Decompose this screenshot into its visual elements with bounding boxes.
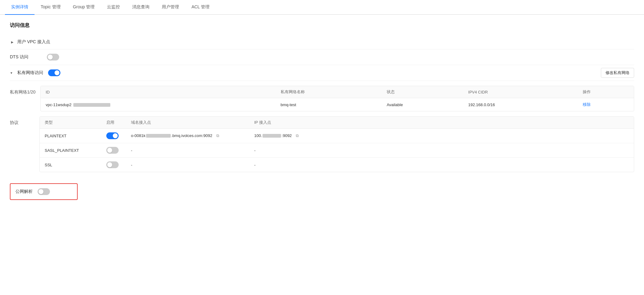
section-title: 访问信息 [10, 22, 634, 29]
sasl-domain-cell: - [126, 143, 249, 158]
modify-private-network-button[interactable]: 修改私有网络 [601, 68, 634, 78]
plaintext-domain-prefix: o-0081k [131, 133, 145, 138]
vpc-col-action: 操作 [578, 86, 634, 98]
tab-message-query[interactable]: 消息查询 [126, 0, 156, 15]
tab-instance-detail[interactable]: 实例详情 [5, 0, 35, 15]
vpc-col-cidr: IPV4 CIDR [463, 86, 578, 98]
public-dns-label: 公网解析 [15, 189, 33, 194]
sasl-knob [107, 148, 112, 153]
ssl-knob [107, 162, 112, 167]
table-row: PLAINTEXT o-0081k .bmq.ivolces.com:9092 … [40, 129, 634, 143]
sasl-toggle[interactable] [106, 147, 119, 154]
tab-group-mgmt[interactable]: Group 管理 [67, 0, 101, 15]
proto-col-enabled: 启用 [101, 117, 126, 129]
sasl-ip-cell: - [249, 143, 634, 158]
arrow-down-icon: ▼ [10, 71, 15, 75]
dts-access-row: DTS 访问 [10, 49, 634, 65]
sasl-toggle-cell[interactable] [101, 143, 126, 158]
vpc-table-section: 私有网络1/20 ID 私有网络名称 状态 IPV4 CIDR 操作 vpc-1… [10, 86, 634, 111]
plaintext-ip-prefix: 100. [254, 133, 262, 138]
private-network-row: ▼ 私有网络访问 修改私有网络 [10, 65, 634, 81]
vpc-cidr-cell: 192.168.0.0/16 [463, 98, 578, 111]
vpc-table-label: 私有网络1/20 [10, 86, 35, 111]
plaintext-ip-cell: 100. :9092 ⧉ [249, 129, 634, 143]
tab-cloud-monitor[interactable]: 云监控 [101, 0, 126, 15]
ssl-ip-cell: - [249, 158, 634, 172]
vpc-id-blurred [73, 103, 110, 107]
plaintext-type: PLAINTEXT [40, 129, 101, 143]
tab-bar: 实例详情 Topic 管理 Group 管理 云监控 消息查询 用户管理 ACL… [0, 0, 644, 15]
vpc-id-cell: vpc-11wsdup2 [41, 98, 275, 111]
plaintext-ip-suffix: :9092 [282, 133, 292, 138]
table-row: SSL - - [40, 158, 634, 172]
protocol-table: 类型 启用 域名接入点 IP 接入点 PLAINTEXT [39, 116, 634, 172]
vpc-endpoint-row[interactable]: ▶ 用户 VPC 接入点 [10, 35, 634, 49]
ssl-domain-cell: - [126, 158, 249, 172]
plaintext-toggle[interactable] [106, 132, 119, 139]
table-row: SASL_PLAINTEXT - - [40, 143, 634, 158]
plaintext-knob [113, 133, 118, 138]
ssl-toggle-cell[interactable] [101, 158, 126, 172]
private-network-toggle[interactable] [48, 69, 60, 76]
private-network-knob [55, 70, 59, 75]
vpc-action-cell[interactable]: 移除 [578, 98, 634, 111]
plaintext-domain-suffix: .bmq.ivolces.com:9092 [171, 133, 212, 138]
protocol-table-section: 协议 类型 启用 域名接入点 IP 接入点 PLAINTEXT [10, 116, 634, 172]
vpc-id-text: vpc-11wsdup2 [46, 102, 71, 107]
private-network-label: 私有网络访问 [17, 70, 43, 76]
vpc-table: ID 私有网络名称 状态 IPV4 CIDR 操作 vpc-11wsdup2 [40, 86, 634, 111]
ssl-type: SSL [40, 158, 101, 172]
dts-toggle-knob [48, 55, 53, 60]
tab-topic-mgmt[interactable]: Topic 管理 [35, 0, 67, 15]
copy-ip-icon[interactable]: ⧉ [295, 133, 300, 138]
plaintext-domain-blurred [146, 134, 171, 138]
ssl-toggle[interactable] [106, 161, 119, 168]
remove-vpc-button[interactable]: 移除 [583, 102, 591, 107]
vpc-col-name: 私有网络名称 [276, 86, 382, 98]
vpc-name-cell: bmq-test [276, 98, 382, 111]
sasl-type: SASL_PLAINTEXT [40, 143, 101, 158]
protocol-table-label: 协议 [10, 116, 35, 172]
dts-access-toggle[interactable] [47, 54, 59, 60]
plaintext-domain-cell: o-0081k .bmq.ivolces.com:9092 ⧉ [126, 129, 249, 143]
arrow-right-icon: ▶ [10, 39, 15, 44]
tab-acl-mgmt[interactable]: ACL 管理 [185, 0, 216, 15]
vpc-col-id: ID [41, 86, 275, 98]
public-dns-section: 公网解析 [10, 183, 78, 200]
vpc-status-cell: Available [382, 98, 463, 111]
proto-col-ip: IP 接入点 [249, 117, 634, 129]
public-dns-knob [39, 189, 43, 194]
vpc-col-status: 状态 [382, 86, 463, 98]
dts-access-label: DTS 访问 [10, 54, 47, 60]
table-row: vpc-11wsdup2 bmq-test Available 192.168.… [41, 98, 634, 111]
plaintext-toggle-cell[interactable] [101, 129, 126, 143]
proto-col-domain: 域名接入点 [126, 117, 249, 129]
plaintext-ip-blurred [263, 134, 281, 138]
main-content: 访问信息 ▶ 用户 VPC 接入点 DTS 访问 ▼ 私有网络访问 修改私有网络… [0, 15, 644, 207]
vpc-endpoint-label: 用户 VPC 接入点 [17, 39, 50, 45]
tab-user-mgmt[interactable]: 用户管理 [156, 0, 185, 15]
copy-domain-icon[interactable]: ⧉ [215, 133, 220, 138]
public-dns-toggle[interactable] [38, 188, 50, 195]
proto-col-type: 类型 [40, 117, 101, 129]
